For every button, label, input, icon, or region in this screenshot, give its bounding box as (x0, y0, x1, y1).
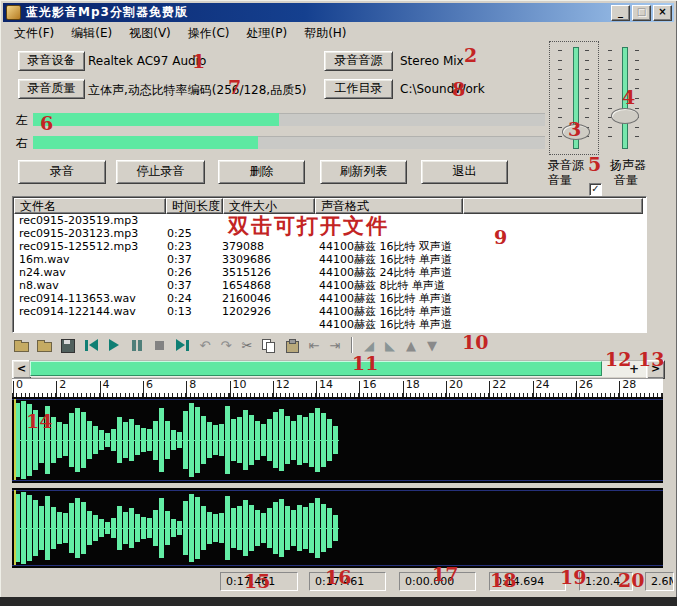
maximize-button: □ (632, 5, 651, 21)
playback-cursor[interactable] (14, 399, 16, 481)
source-volume-thumb[interactable] (562, 124, 590, 140)
playback-cursor[interactable] (14, 490, 16, 566)
status-panel-3: 0:00.000 (399, 572, 476, 591)
waveform-bar (231, 419, 236, 462)
app-window: 蓝光影音Mp3分割器免费版 _ □ × 文件(F)编辑(E)视图(V)操作(C)… (0, 0, 677, 606)
table-row[interactable]: 44100赫兹 16比特 单声道 (15, 318, 644, 330)
stop-icon[interactable] (152, 339, 168, 352)
waveform-bar (123, 512, 128, 544)
ruler-tick (446, 381, 447, 398)
open-file-icon[interactable] (14, 339, 30, 352)
waveform-bar (75, 408, 80, 472)
zoom-plus-icon[interactable]: + (629, 362, 639, 376)
waveform-bar (147, 429, 152, 451)
timeline-scrollbar[interactable]: < + > (12, 360, 663, 377)
record-device-button[interactable]: 录音设备 (18, 51, 85, 71)
waveform-bar (111, 429, 116, 451)
file-table-body[interactable]: rec0915-203519.mp3rec0915-203123.mp30:25… (15, 214, 644, 330)
waveform-bar (219, 513, 224, 543)
waveform-bar (261, 424, 266, 457)
waveform-bar (315, 408, 320, 472)
waveform-bar (177, 432, 182, 448)
table-row[interactable]: rec0914-113653.wav0:24216004644100赫兹 16比… (15, 292, 644, 305)
waveform-bar (177, 521, 182, 535)
redo-icon[interactable]: ↷ (219, 339, 233, 352)
go-end-icon[interactable] (175, 339, 191, 352)
play-icon[interactable] (106, 339, 122, 352)
waveform-bar (39, 506, 44, 549)
minimize-button[interactable]: _ (611, 5, 630, 21)
waveform-bar (195, 497, 200, 558)
undo-icon[interactable]: ↶ (198, 339, 212, 352)
column-header-5[interactable] (463, 198, 643, 214)
table-row[interactable]: n8.wav0:37165486844100赫兹 8比特 单声道 (15, 279, 644, 292)
delete-button[interactable]: 删除 (218, 160, 305, 184)
waveform-bar (219, 424, 224, 457)
scroll-track[interactable]: + (29, 360, 646, 377)
scroll-thumb[interactable] (30, 361, 602, 376)
cut-icon[interactable]: ✂ (240, 339, 254, 352)
scroll-right-button[interactable]: > (646, 360, 665, 379)
menu-view[interactable]: 视图(V) (129, 25, 171, 42)
column-header-4[interactable]: 声音格式 (315, 198, 463, 214)
record-quality-button[interactable]: 录音质量 (18, 79, 85, 99)
menu-operate[interactable]: 操作(C) (188, 25, 230, 42)
paste-icon[interactable] (284, 339, 300, 352)
ruler-tick (489, 381, 490, 398)
cell-r1c1: rec0915-203519.mp3 (19, 214, 138, 227)
waveform-channel-left[interactable] (12, 397, 663, 483)
exit-button[interactable]: 退出 (421, 160, 508, 184)
waveform-bar (129, 508, 134, 548)
save-icon[interactable] (60, 339, 76, 352)
copy-icon[interactable] (261, 339, 277, 352)
pause-icon[interactable] (129, 339, 145, 352)
menu-file[interactable]: 文件(F) (14, 25, 54, 42)
column-header-1[interactable]: 文件名 (14, 198, 166, 214)
waveform-bar (237, 506, 242, 549)
waveform-bar (81, 412, 86, 468)
table-row[interactable]: 16m.wav0:37330968644100赫兹 16比特 单声道 (15, 253, 644, 266)
waveform-bar (267, 419, 272, 462)
waveform-bar (45, 406, 50, 475)
waveform-bar (105, 433, 110, 447)
menu-help[interactable]: 帮助(H) (304, 25, 346, 42)
table-row[interactable]: rec0915-125512.mp30:2337908844100赫兹 16比特… (15, 240, 644, 253)
speaker-volume-track[interactable] (622, 47, 628, 149)
cell-r3c2: 0:23 (167, 240, 192, 253)
refresh-list-button[interactable]: 刷新列表 (320, 160, 407, 184)
table-row[interactable]: rec0914-122144.wav0:13120292644100赫兹 16比… (15, 305, 644, 318)
go-start-icon[interactable] (83, 339, 99, 352)
close-button[interactable]: × (653, 5, 672, 21)
extend-right-icon[interactable]: ⇥ (328, 339, 342, 352)
title-bar: 蓝光影音Mp3分割器免费版 _ □ × (3, 3, 674, 22)
table-row[interactable]: n24.wav0:26351512644100赫兹 24比特 单声道 (15, 266, 644, 279)
stop-record-button[interactable]: 停止录音 (116, 160, 205, 184)
move-down-icon[interactable]: ▼ (425, 339, 439, 352)
waveform-bar (315, 498, 320, 557)
table-row[interactable]: rec0915-203123.mp30:25 (15, 227, 644, 240)
move-up-icon[interactable]: ▲ (404, 339, 418, 352)
table-row[interactable]: rec0915-203519.mp3 (15, 214, 644, 227)
fade-in-icon[interactable]: ◢ (362, 339, 376, 352)
extend-left-icon[interactable]: ⇤ (307, 339, 321, 352)
time-ruler[interactable]: 0246810121416182022242628 (12, 378, 663, 398)
status-panel-2: 0:17.461 (309, 572, 386, 591)
waveform-channel-right[interactable] (12, 488, 663, 568)
work-dir-button[interactable]: 工作目录 (324, 79, 393, 99)
file-table[interactable]: 文件名时间长度文件大小声音格式 rec0915-203519.mp3rec091… (12, 196, 647, 333)
ruler-label: 4 (103, 379, 110, 391)
menu-edit[interactable]: 编辑(E) (71, 25, 112, 42)
fade-out-icon[interactable]: ◣ (383, 339, 397, 352)
speaker-volume-thumb[interactable] (611, 108, 639, 124)
menu-process[interactable]: 处理(P) (247, 25, 288, 42)
ruler-tick (56, 381, 57, 398)
record-button[interactable]: 录音 (18, 160, 106, 184)
open-folder-icon[interactable] (37, 339, 53, 352)
column-header-2[interactable]: 时间长度 (166, 198, 223, 214)
mute-checkbox[interactable]: ✓ (589, 183, 602, 196)
column-header-3[interactable]: 文件大小 (223, 198, 315, 214)
meter-left-track (33, 113, 545, 126)
speaker-volume-label-line2: 音量 (614, 172, 638, 189)
record-source-button[interactable]: 录音音源 (324, 51, 393, 71)
waveform-bar (243, 500, 248, 556)
